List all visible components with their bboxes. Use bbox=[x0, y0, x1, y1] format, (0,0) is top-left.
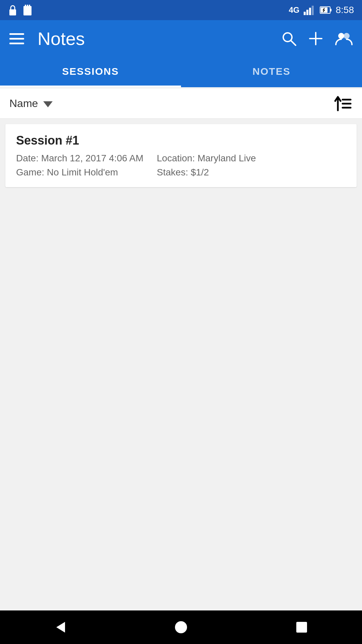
sort-dropdown-icon bbox=[43, 101, 53, 107]
svg-rect-8 bbox=[312, 6, 314, 15]
session-title: Session #1 bbox=[16, 133, 346, 148]
tab-notes[interactable]: NOTES bbox=[181, 57, 362, 87]
back-button[interactable] bbox=[53, 620, 68, 635]
sort-selector[interactable]: Name bbox=[9, 97, 333, 110]
svg-line-13 bbox=[291, 41, 296, 45]
session-details: Date: March 12, 2017 4:06 AM Game: No Li… bbox=[16, 153, 346, 178]
svg-rect-3 bbox=[27, 5, 28, 7]
home-button[interactable] bbox=[174, 620, 188, 635]
session-right-col: Location: Maryland Live Stakes: $1/2 bbox=[157, 153, 256, 178]
lock-icon bbox=[8, 4, 17, 16]
app-title: Notes bbox=[38, 28, 275, 49]
toolbar: Notes bbox=[0, 20, 362, 57]
svg-rect-5 bbox=[304, 12, 306, 15]
session-card[interactable]: Session #1 Date: March 12, 2017 4:06 AM … bbox=[5, 124, 357, 187]
svg-rect-2 bbox=[25, 5, 26, 7]
sort-label: Name bbox=[9, 97, 38, 110]
network-label: 4G bbox=[289, 5, 299, 15]
session-date: Date: March 12, 2017 4:06 AM bbox=[16, 153, 143, 164]
svg-rect-24 bbox=[296, 622, 307, 633]
recent-button[interactable] bbox=[294, 620, 309, 635]
svg-marker-22 bbox=[56, 622, 65, 633]
session-game: Game: No Limit Hold'em bbox=[16, 167, 143, 178]
svg-rect-1 bbox=[23, 6, 32, 15]
session-left-col: Date: March 12, 2017 4:06 AM Game: No Li… bbox=[16, 153, 143, 178]
svg-rect-10 bbox=[330, 9, 331, 11]
tab-sessions[interactable]: SESSIONS bbox=[0, 57, 181, 87]
status-bar: 4G 8:58 bbox=[0, 0, 362, 20]
sort-order-icon[interactable] bbox=[333, 94, 353, 114]
battery-icon bbox=[320, 5, 332, 15]
toolbar-actions bbox=[282, 31, 353, 46]
svg-rect-7 bbox=[309, 8, 311, 15]
users-icon[interactable] bbox=[335, 31, 353, 46]
bottom-nav bbox=[0, 610, 362, 644]
svg-rect-0 bbox=[9, 9, 16, 15]
signal-icon bbox=[304, 5, 316, 15]
svg-point-17 bbox=[344, 33, 350, 39]
svg-point-16 bbox=[338, 33, 344, 39]
add-icon[interactable] bbox=[308, 31, 323, 46]
menu-button[interactable] bbox=[9, 33, 24, 44]
search-icon[interactable] bbox=[282, 31, 296, 46]
sd-card-icon bbox=[23, 4, 32, 16]
sort-bar: Name bbox=[0, 89, 362, 119]
tab-bar: SESSIONS NOTES bbox=[0, 57, 362, 87]
session-location: Location: Maryland Live bbox=[157, 153, 256, 164]
svg-rect-6 bbox=[306, 10, 308, 15]
time-display: 8:58 bbox=[336, 5, 354, 15]
svg-point-23 bbox=[175, 621, 187, 633]
session-stakes: Stakes: $1/2 bbox=[157, 167, 256, 178]
svg-rect-4 bbox=[29, 5, 30, 8]
status-bar-left-icons bbox=[8, 4, 32, 16]
session-list: Session #1 Date: March 12, 2017 4:06 AM … bbox=[0, 119, 362, 193]
status-bar-right-icons: 4G 8:58 bbox=[289, 5, 354, 15]
